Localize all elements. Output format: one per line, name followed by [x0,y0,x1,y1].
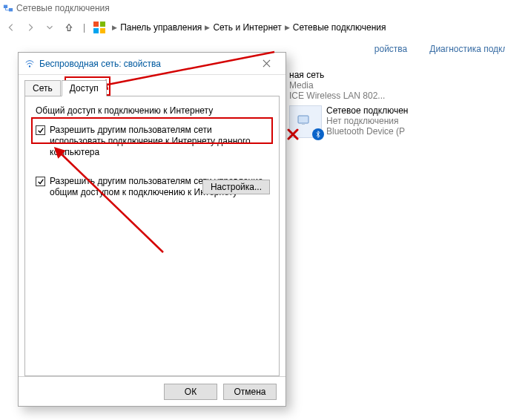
network-connections-icon [3,3,13,13]
cmd-diagnose[interactable]: Диагностика подключения [429,44,505,54]
dialog-title: Беспроводная сеть: свойства [39,59,253,69]
adapter-name: Сетевое подключен [326,105,408,116]
svg-rect-7 [302,123,305,125]
svg-rect-5 [100,28,105,33]
cmd-item[interactable]: ройства [374,44,407,54]
breadcrumb[interactable]: ▶ Панель управления ▶ Сеть и Интернет ▶ … [112,22,386,33]
adapter-device: Bluetooth Device (P [326,126,408,137]
ok-button[interactable]: ОК [164,384,217,400]
dialog-button-row: ОК Отмена [19,376,285,406]
navigation-bar: | ▶ Панель управления ▶ Сеть и Интернет … [0,16,505,39]
section-title: Общий доступ к подключению к Интернету [36,105,270,116]
checkbox-icon [36,177,45,186]
dialog-title-bar: Беспроводная сеть: свойства [19,53,285,75]
tab-strip: Сеть Доступ [19,75,285,96]
control-panel-icon [93,21,106,34]
adapter-item-bluetooth[interactable]: Сетевое подключен Нет подключения Blueto… [289,105,415,138]
up-button[interactable] [62,21,76,34]
recent-locations-chevron-icon[interactable] [43,21,56,34]
adapter-status: Нет подключения [326,116,408,126]
adapter-icon [289,105,322,138]
forward-button[interactable] [24,21,37,34]
back-button[interactable] [4,21,18,34]
checkbox-label: Разрешить другим пользователям сети испо… [50,125,268,158]
disabled-x-icon [287,128,299,140]
cancel-button[interactable]: Отмена [223,384,277,400]
svg-rect-1 [9,8,13,11]
tab-network[interactable]: Сеть [24,80,61,96]
svg-rect-0 [4,5,7,8]
breadcrumb-mid[interactable]: Сеть и Интернет [213,22,281,33]
bluetooth-badge-icon [312,128,324,140]
close-button[interactable] [253,55,280,73]
checkbox-allow-sharing[interactable]: Разрешить другим пользователям сети испо… [34,122,270,161]
tab-sharing[interactable]: Доступ [62,80,107,96]
svg-rect-4 [93,28,99,33]
chevron-right-icon: ▶ [205,24,210,31]
breadcrumb-root[interactable]: Панель управления [120,22,202,33]
chevron-right-icon: ▶ [112,24,117,31]
adapter-device: ICE Wireless LAN 802... [289,91,385,101]
adapter-list: ная сеть Media ICE Wireless LAN 802... С… [289,70,505,142]
svg-rect-6 [298,116,308,123]
svg-point-8 [29,65,30,67]
tab-page-sharing: Общий доступ к подключению к Интернету Р… [24,96,280,376]
svg-rect-2 [93,22,99,27]
window-title: Сетевые подключения [16,3,110,13]
checkbox-icon [36,125,45,135]
adapter-status: Media [289,80,385,91]
adapter-item[interactable]: ная сеть Media ICE Wireless LAN 802... [289,70,393,101]
separator: | [83,22,85,33]
breadcrumb-leaf[interactable]: Сетевые подключения [293,22,386,33]
wifi-icon [24,59,35,69]
svg-rect-3 [100,22,105,27]
properties-dialog: Беспроводная сеть: свойства Сеть Доступ … [18,52,286,407]
settings-button[interactable]: Настройка... [202,180,270,194]
window-title-bar: Сетевые подключения [0,0,505,16]
adapter-name: ная сеть [289,70,385,80]
chevron-right-icon: ▶ [285,24,290,31]
